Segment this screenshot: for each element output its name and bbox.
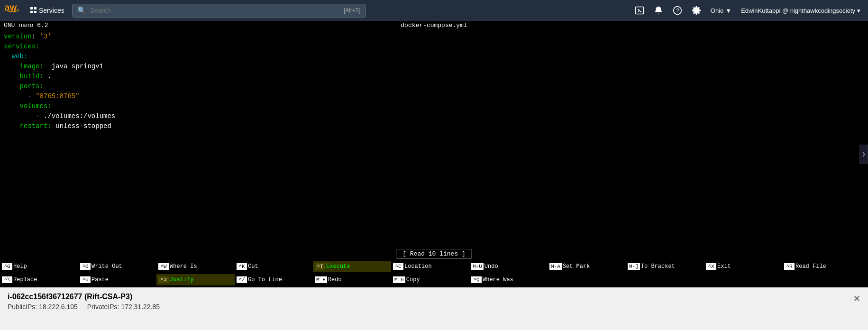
nano-cmd-setmark[interactable]: M-A Set Mark: [548, 261, 626, 272]
code-editor[interactable]: version: '3' services: web: image: java_…: [0, 30, 868, 261]
nano-key-ct: ^T: [315, 263, 325, 270]
main-layout: GNU nano 6.2 docker-compose.yml version:…: [0, 21, 868, 330]
nano-key-cw: ^W: [158, 263, 169, 270]
nano-cmd-cut[interactable]: ^K Cut: [235, 261, 313, 272]
read-indicator: [ Read 10 lines ]: [396, 249, 472, 259]
nano-label-paste: Paste: [91, 276, 109, 283]
nano-cmd-location[interactable]: ^C Location: [391, 261, 469, 272]
search-bar: 🔍 [Alt+S]: [72, 4, 366, 18]
nano-label-replace: Replace: [13, 276, 37, 283]
nano-file-title: docker-compose.yml: [401, 22, 467, 29]
nano-label-setmark: Set Mark: [563, 263, 590, 270]
nano-label-wherewas: Where Was: [483, 276, 513, 283]
nano-label-help: Help: [13, 263, 27, 270]
nano-cmd-undo[interactable]: M-U Undo: [469, 261, 548, 272]
nano-label-undo: Undo: [484, 263, 498, 270]
nano-label-tobracket: To Bracket: [641, 263, 675, 270]
nano-cmd-exit[interactable]: ^X Exit: [704, 261, 782, 272]
instance-info-bar: i-062cc156f36712677 (Rift-CSA-P3) Public…: [0, 287, 868, 330]
search-icon: 🔍: [77, 6, 86, 15]
nano-cmd-redo[interactable]: M-E Redo: [313, 274, 391, 285]
region-label: Ohio: [711, 7, 723, 14]
nano-key-mclose: M-]: [628, 263, 640, 270]
user-arrow: ▾: [857, 7, 860, 14]
instance-ips: PublicIPs: 18.222.6.105 PrivateIPs: 172.…: [8, 303, 160, 311]
nano-cmd-help[interactable]: ^G Help: [0, 261, 78, 272]
nano-label-writeout: Write Out: [91, 263, 122, 270]
nano-key-cq: ^Q: [471, 276, 482, 283]
nano-info: GNU nano 6.2: [4, 22, 48, 29]
code-line-2: services:: [4, 42, 864, 52]
private-ips-label: PrivateIPs:: [87, 303, 119, 311]
nano-label-execute: Execute: [326, 263, 350, 270]
code-line-4: image: java_springv1: [4, 62, 864, 72]
nano-cmd-replace[interactable]: ^\ Replace: [0, 274, 78, 285]
region-arrow: ▼: [725, 7, 731, 14]
nano-label-location: Location: [404, 263, 432, 270]
code-line-8: volumes:: [4, 101, 864, 111]
nano-cmd-readfile[interactable]: ^R Read File: [782, 261, 860, 272]
nano-key-co: ^O: [80, 263, 91, 270]
user-label: EdwinKuttappi @ nighthawkcodingsociety: [741, 7, 855, 14]
grid-icon: [30, 7, 37, 14]
nano-label-justify: Justify: [170, 276, 193, 283]
nano-cmd-execute[interactable]: ^T Execute: [313, 261, 391, 272]
instance-id: i-062cc156f36712677 (Rift-CSA-P3): [8, 293, 132, 301]
nano-key-m6: M-6: [393, 276, 405, 283]
bell-icon-btn[interactable]: [650, 2, 667, 19]
code-line-7: - "8765:8765": [4, 92, 864, 101]
nano-label-gotoline: Go To Line: [248, 276, 282, 283]
user-button[interactable]: EdwinKuttappi @ nighthawkcodingsociety ▾: [737, 5, 864, 16]
nano-key-cc: ^C: [393, 263, 403, 270]
nano-cmd-justify[interactable]: ^J Justify: [156, 274, 235, 285]
code-line-10: restart: unless-stopped: [4, 121, 864, 131]
code-line-3: web:: [4, 52, 864, 62]
nano-cmd-wherewas[interactable]: ^Q Where Was: [469, 274, 548, 285]
nano-label-exit: Exit: [717, 263, 731, 270]
nano-key-cu: ^U: [80, 276, 91, 283]
nav-right: ? Ohio ▼ EdwinKuttappi @ nighthawkcoding…: [631, 2, 864, 19]
nano-key-me: M-E: [315, 276, 327, 283]
public-ip-value: 18.222.6.105: [39, 303, 78, 311]
services-button[interactable]: Services: [27, 5, 68, 16]
settings-icon-btn[interactable]: [688, 2, 705, 19]
nano-key-ck: ^K: [237, 263, 247, 270]
private-ip-value: 172.31.22.85: [121, 303, 160, 311]
nano-label-copy: Copy: [406, 276, 420, 283]
nano-key-ma: M-A: [549, 263, 562, 270]
terminal-icon-btn[interactable]: [631, 2, 648, 19]
nano-key-cr: ^R: [784, 263, 795, 270]
nano-cmd-writeout[interactable]: ^O Write Out: [78, 261, 156, 272]
services-label: Services: [39, 7, 64, 14]
nano-cmd-gotoline[interactable]: ^/ Go To Line: [235, 274, 313, 285]
nano-key-mu: M-U: [471, 263, 484, 270]
terminal-area[interactable]: GNU nano 6.2 docker-compose.yml version:…: [0, 21, 868, 287]
nano-cmd-tobracket[interactable]: M-] To Bracket: [626, 261, 704, 272]
nano-key-cx: ^X: [706, 263, 716, 270]
region-button[interactable]: Ohio ▼: [707, 5, 735, 16]
svg-text:?: ?: [676, 7, 679, 13]
code-line-5: build: .: [4, 72, 864, 82]
nano-label-whereis: Where Is: [170, 263, 197, 270]
nano-commands-bar: ^G Help ^O Write Out ^W Where Is ^K Cut …: [0, 261, 868, 287]
nano-key-cj: ^J: [158, 276, 169, 283]
nano-label-cut: Cut: [248, 263, 258, 270]
search-input[interactable]: [90, 7, 340, 14]
nano-key-cg: ^G: [2, 263, 12, 270]
navbar: Services 🔍 [Alt+S] ? Ohio ▼ EdwinKuttapp…: [0, 0, 868, 21]
nano-label-readfile: Read File: [795, 263, 826, 270]
help-icon-btn[interactable]: ?: [669, 2, 686, 19]
nano-label-redo: Redo: [328, 276, 342, 283]
nano-cmd-whereis[interactable]: ^W Where Is: [156, 261, 235, 272]
right-edge-button[interactable]: ❯: [859, 145, 868, 164]
code-line-1: version: '3': [4, 32, 864, 42]
nano-status-bar: GNU nano 6.2 docker-compose.yml: [0, 21, 868, 30]
aws-logo[interactable]: [4, 3, 23, 18]
code-line-6: ports:: [4, 82, 864, 92]
nano-cmd-paste[interactable]: ^U Paste: [78, 274, 156, 285]
nano-key-slash: ^/: [237, 276, 247, 283]
nano-cmd-copy[interactable]: M-6 Copy: [391, 274, 469, 285]
code-line-9: - ./volumes:/volumes: [4, 111, 864, 121]
public-ips-label: PublicIPs:: [8, 303, 37, 311]
close-button[interactable]: ✕: [853, 293, 860, 304]
